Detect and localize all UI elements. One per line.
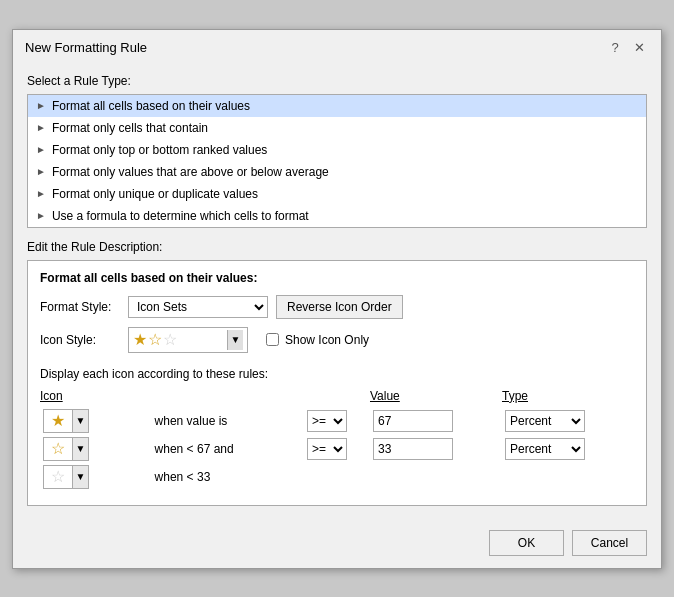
- col-header-type: Type: [502, 389, 634, 407]
- icon-style-dropdown-arrow: ▼: [227, 330, 243, 350]
- show-icon-only-checkbox[interactable]: [266, 333, 279, 346]
- rule-list: ► Format all cells based on their values…: [27, 94, 647, 228]
- row2-value-wrapper: ▲ ▼: [373, 438, 453, 460]
- rule-item-5[interactable]: ► Use a formula to determine which cells…: [28, 205, 646, 227]
- rule-arrow-4: ►: [36, 188, 46, 199]
- rule-item-label-0: Format all cells based on their values: [52, 99, 250, 113]
- select-rule-label: Select a Rule Type:: [27, 74, 647, 88]
- row1-type-cell: Percent Number Formula Percentile: [502, 407, 634, 435]
- row2-value-cell: ▲ ▼: [370, 435, 502, 463]
- row3-icon-btn[interactable]: ☆: [43, 465, 73, 489]
- rule-arrow-5: ►: [36, 210, 46, 221]
- show-icon-only-row: Show Icon Only: [266, 333, 369, 347]
- col-header-spacer: [146, 389, 304, 407]
- row2-operator-select[interactable]: >= >: [307, 438, 347, 460]
- dialog-footer: OK Cancel: [13, 520, 661, 568]
- row1-value-wrapper: ▲ ▼: [373, 410, 453, 432]
- row3-icon-group: ☆ ▼: [43, 465, 143, 489]
- rule-item-3[interactable]: ► Format only values that are above or b…: [28, 161, 646, 183]
- star-3: ☆: [163, 330, 177, 349]
- row2-icon-cell: ☆ ▼: [40, 435, 146, 463]
- row3-when-cell: when < 33: [146, 463, 634, 491]
- row2-type-select[interactable]: Percent Number Formula Percentile: [505, 438, 585, 460]
- format-style-row: Format Style: Icon Sets Reverse Icon Ord…: [40, 295, 634, 319]
- icon-rules-table: Icon Value Type ★ ▼: [40, 389, 634, 491]
- row2-type-cell: Percent Number Formula Percentile: [502, 435, 634, 463]
- format-style-label: Format Style:: [40, 300, 120, 314]
- rule-item-2[interactable]: ► Format only top or bottom ranked value…: [28, 139, 646, 161]
- format-style-select[interactable]: Icon Sets: [128, 296, 268, 318]
- display-rules-label: Display each icon according to these rul…: [40, 367, 634, 381]
- rule-item-4[interactable]: ► Format only unique or duplicate values: [28, 183, 646, 205]
- icon-style-dropdown[interactable]: ★ ☆ ☆ ▼: [128, 327, 248, 353]
- row1-type-select[interactable]: Percent Number Formula Percentile: [505, 410, 585, 432]
- row2-icon-group: ☆ ▼: [43, 437, 143, 461]
- dialog-content: Select a Rule Type: ► Format all cells b…: [13, 64, 661, 520]
- table-row: ☆ ▼ when < 33: [40, 463, 634, 491]
- rule-arrow-1: ►: [36, 122, 46, 133]
- rule-arrow-3: ►: [36, 166, 46, 177]
- row1-value-cell: ▲ ▼: [370, 407, 502, 435]
- rule-item-label-3: Format only values that are above or bel…: [52, 165, 329, 179]
- close-button[interactable]: ✕: [629, 38, 649, 58]
- row1-icon-dropdown-arrow[interactable]: ▼: [73, 409, 89, 433]
- dialog-title: New Formatting Rule: [25, 40, 147, 55]
- row3-icon-cell: ☆ ▼: [40, 463, 146, 491]
- rule-arrow-2: ►: [36, 144, 46, 155]
- reverse-icon-order-button[interactable]: Reverse Icon Order: [276, 295, 403, 319]
- star-1: ★: [133, 330, 147, 349]
- edit-title: Format all cells based on their values:: [40, 271, 634, 285]
- row2-when-text: when < 67 and: [149, 442, 240, 456]
- title-actions: ? ✕: [605, 38, 649, 58]
- icon-style-label: Icon Style:: [40, 333, 120, 347]
- table-row: ★ ▼ when value is >= >: [40, 407, 634, 435]
- rule-item-1[interactable]: ► Format only cells that contain: [28, 117, 646, 139]
- row1-when-text: when value is: [149, 414, 234, 428]
- edit-section-label: Edit the Rule Description:: [27, 240, 647, 254]
- row3-icon-dropdown-arrow[interactable]: ▼: [73, 465, 89, 489]
- row1-icon-btn[interactable]: ★: [43, 409, 73, 433]
- row2-star-icon: ☆: [51, 439, 65, 458]
- row1-when-cell: when value is: [146, 407, 304, 435]
- rule-item-0[interactable]: ► Format all cells based on their values: [28, 95, 646, 117]
- rule-arrow-0: ►: [36, 100, 46, 111]
- rule-item-label-5: Use a formula to determine which cells t…: [52, 209, 309, 223]
- col-header-spacer2: [304, 389, 370, 407]
- table-row: ☆ ▼ when < 67 and >= >: [40, 435, 634, 463]
- row1-icon-cell: ★ ▼: [40, 407, 146, 435]
- edit-box: Format all cells based on their values: …: [27, 260, 647, 506]
- col-header-value: Value: [370, 389, 502, 407]
- row2-operator-cell: >= >: [304, 435, 370, 463]
- row1-operator-cell: >= >: [304, 407, 370, 435]
- row2-icon-dropdown-arrow[interactable]: ▼: [73, 437, 89, 461]
- rule-item-label-1: Format only cells that contain: [52, 121, 208, 135]
- cancel-button[interactable]: Cancel: [572, 530, 647, 556]
- show-icon-only-label: Show Icon Only: [285, 333, 369, 347]
- icon-style-row: Icon Style: ★ ☆ ☆ ▼ Show Icon Only: [40, 327, 634, 353]
- row3-star-icon: ☆: [51, 467, 65, 486]
- col-header-icon: Icon: [40, 389, 146, 407]
- row1-star-icon: ★: [51, 411, 65, 430]
- row2-when-cell: when < 67 and: [146, 435, 304, 463]
- title-bar: New Formatting Rule ? ✕: [13, 30, 661, 64]
- ok-button[interactable]: OK: [489, 530, 564, 556]
- star-2: ☆: [148, 330, 162, 349]
- title-bar-left: New Formatting Rule: [25, 40, 147, 55]
- row1-operator-select[interactable]: >= >: [307, 410, 347, 432]
- icon-style-stars: ★ ☆ ☆: [133, 330, 227, 349]
- help-button[interactable]: ?: [605, 38, 625, 58]
- dialog: New Formatting Rule ? ✕ Select a Rule Ty…: [12, 29, 662, 569]
- rule-item-label-2: Format only top or bottom ranked values: [52, 143, 267, 157]
- row1-icon-group: ★ ▼: [43, 409, 143, 433]
- row2-icon-btn[interactable]: ☆: [43, 437, 73, 461]
- rule-item-label-4: Format only unique or duplicate values: [52, 187, 258, 201]
- row3-when-text: when < 33: [149, 470, 217, 484]
